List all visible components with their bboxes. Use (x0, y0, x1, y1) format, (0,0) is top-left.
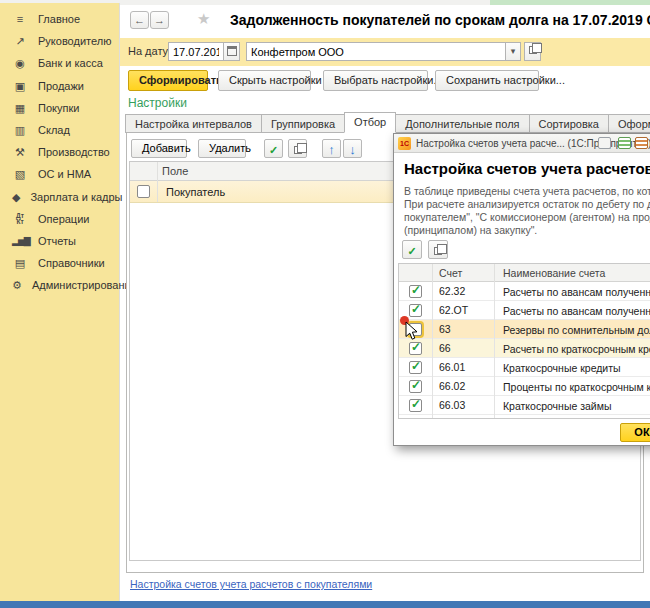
favorite-star-icon[interactable]: ★ (197, 10, 210, 28)
copy-icon (434, 247, 442, 255)
tab-dopolnitelnye-polya[interactable]: Дополнительные поля (395, 114, 529, 133)
account-code: 66.02 (433, 377, 495, 396)
save-settings-button[interactable]: Сохранить настройки... (435, 70, 539, 91)
sidebar-item-bank-kassa[interactable]: ◉ Банк и касса (0, 52, 119, 74)
sidebar-item-operacii[interactable]: Дт Кт Операции (0, 208, 119, 230)
tab-gruppirovka[interactable]: Группировка (261, 114, 345, 133)
calendar-icon (227, 46, 237, 56)
account-checkbox[interactable]: ✓ (409, 418, 422, 420)
sidebar-item-zarplata-kadry[interactable]: ◆ Зарплата и кадры (0, 186, 119, 208)
date-input[interactable] (168, 42, 224, 61)
accounts-settings-dialog: 1С Настройка счетов учета расче... (1С:П… (393, 133, 650, 446)
hide-settings-button[interactable]: Скрыть настройки (218, 70, 311, 91)
sidebar-item-label: Зарплата и кадры (30, 191, 122, 203)
dialog-titlebar[interactable]: 1С Настройка счетов учета расче... (1С:П… (394, 134, 650, 153)
settings-section-title[interactable]: Настройки (128, 96, 187, 110)
copy-button[interactable] (288, 139, 307, 158)
calendar-button[interactable] (223, 42, 240, 61)
sidebar-item-otchety[interactable]: ▂▅▇ Отчеты (0, 230, 119, 252)
generate-button[interactable]: Сформировать (128, 70, 208, 91)
sidebar-item-sklad[interactable]: ▥ Склад (0, 119, 119, 141)
account-column-header: Счет (433, 264, 495, 282)
accounts-settings-link[interactable]: Настройка счетов учета расчетов с покупа… (130, 578, 372, 590)
sidebar-item-label: Производство (38, 146, 110, 158)
description-line: (принципалом) на закупку". (404, 224, 650, 237)
account-row-66[interactable]: ✓ 66 Расчеты по краткосрочным кредитам и… (399, 339, 650, 358)
fixed-assets-truck-icon: ▧ (12, 169, 28, 179)
tab-nastroyka-intervalov[interactable]: Настройка интервалов (125, 114, 262, 133)
forward-button[interactable]: → (150, 11, 169, 29)
description-line: В таблице приведены счета учета расчетов… (404, 185, 650, 198)
spreadsheet-orange-icon[interactable] (635, 137, 648, 149)
dialog-description: В таблице приведены счета учета расчетов… (404, 185, 650, 237)
account-name: Проценты по краткосрочным кредитам (495, 381, 650, 393)
account-row-66-02[interactable]: ✓ 66.02 Проценты по краткосрочным кредит… (399, 377, 650, 396)
open-link-icon (529, 46, 537, 54)
pokupatel-checkbox[interactable] (137, 185, 150, 198)
account-checkbox[interactable]: ✓ (409, 380, 422, 393)
admin-gear-icon: ⚙ (12, 280, 22, 290)
arrow-up-icon: ↑ (328, 142, 335, 157)
1c-logo-icon: 1С (398, 137, 411, 150)
sidebar-item-rukovoditelyu[interactable]: ↗ Руководителю (0, 30, 119, 52)
purchases-cart-icon: ▦ (12, 103, 28, 113)
sidebar-item-spravochniki[interactable]: ▤ Справочники (0, 252, 119, 274)
sidebar-item-pokupki[interactable]: ▦ Покупки (0, 97, 119, 119)
bank-icon: ◉ (12, 58, 28, 68)
account-checkbox[interactable]: ✓ (409, 361, 422, 374)
dialog-heading: Настройка счетов учета расчетов (404, 160, 650, 177)
account-code: 62.ОТ (433, 301, 495, 320)
organization-dropdown-button[interactable]: ▾ (505, 42, 521, 61)
tab-otbor[interactable]: Отбор (344, 112, 396, 133)
sales-bag-icon: ▣ (12, 81, 28, 91)
organization-open-button[interactable] (524, 42, 541, 61)
set-flags-button[interactable]: ✓ (264, 139, 283, 158)
warehouse-icon: ▥ (12, 125, 28, 135)
arrow-down-icon: ↓ (349, 142, 356, 157)
sidebar-item-label: Склад (38, 124, 70, 136)
ok-button[interactable]: ОК (620, 423, 650, 442)
account-code: 62.32 (433, 282, 495, 301)
sidebar-item-administrirovanie[interactable]: ⚙ Администрирование (0, 274, 119, 296)
account-checkbox[interactable]: ✓ (409, 304, 422, 317)
sidebar-item-label: Отчеты (38, 235, 76, 247)
sidebar-item-proizvodstvo[interactable]: ⚒ Производство (0, 141, 119, 163)
sidebar-item-glavnoe[interactable]: ≡ Главное (0, 8, 119, 30)
tab-oformlenie[interactable]: Оформление (608, 114, 650, 133)
catalogs-book-icon: ▤ (12, 258, 28, 268)
sidebar-item-label: Руководителю (38, 35, 111, 47)
account-checkbox[interactable]: ✓ (409, 399, 422, 412)
remove-button[interactable]: Удалить (198, 139, 246, 158)
account-row-66-03[interactable]: ✓ 66.03 Краткосрочные займы (399, 396, 650, 415)
account-row-63[interactable]: 63 Резервы по сомнительным долгам (399, 320, 650, 339)
move-down-button[interactable]: ↓ (343, 139, 362, 158)
account-code: 66.01 (433, 358, 495, 377)
sidebar-item-os-nma[interactable]: ▧ ОС и НМА (0, 163, 119, 185)
account-row-62-32[interactable]: ✓ 62.32 Расчеты по авансам полученным (в… (399, 282, 650, 301)
account-row-66-01[interactable]: ✓ 66.01 Краткосрочные кредиты (399, 358, 650, 377)
add-button[interactable]: Добавить (131, 139, 187, 158)
description-line: покупателем", "С комиссионером (агентом)… (404, 211, 650, 224)
print-icon[interactable] (598, 137, 611, 149)
tab-sortirovka[interactable]: Сортировка (529, 114, 609, 133)
taskbar[interactable] (0, 601, 650, 608)
forward-icon: → (154, 14, 165, 26)
sidebar-item-label: ОС и НМА (38, 168, 91, 180)
dialog-titlebar-text: Настройка счетов учета расче... (1С:Пред… (416, 138, 650, 149)
description-line: При расчете анализируется остаток по деб… (404, 198, 650, 211)
dialog-copy-button[interactable] (428, 240, 448, 259)
organization-input[interactable] (246, 42, 506, 61)
sidebar-item-prodazhi[interactable]: ▣ Продажи (0, 75, 119, 97)
menu-icon: ≡ (12, 14, 28, 24)
spreadsheet-green-icon[interactable] (618, 137, 631, 149)
account-row-62-ot[interactable]: ✓ 62.ОТ Расчеты по авансам полученным (в… (399, 301, 650, 320)
move-up-button[interactable]: ↑ (322, 139, 341, 158)
dialog-set-flags-button[interactable]: ✓ (402, 240, 422, 259)
flag-cell (130, 181, 158, 202)
account-row-partial[interactable]: ✓ (399, 415, 650, 419)
name-column-header: Наименование счета (495, 264, 650, 282)
back-button[interactable]: ← (130, 11, 149, 29)
choose-settings-button[interactable]: Выбрать настройки... (323, 70, 428, 91)
sidebar-item-label: Справочники (38, 257, 105, 269)
account-checkbox[interactable]: ✓ (409, 285, 422, 298)
